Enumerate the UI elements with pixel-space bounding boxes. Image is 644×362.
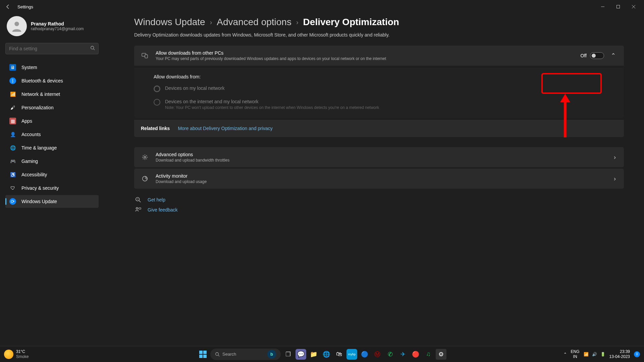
chevron-right-icon: › <box>296 18 299 26</box>
svg-point-4 <box>14 22 19 26</box>
sidebar-item-gaming[interactable]: 🎮Gaming <box>5 155 99 168</box>
nav-label: Accessibility <box>21 172 47 177</box>
maximize-button[interactable] <box>610 1 626 12</box>
avatar <box>7 16 27 36</box>
battery-icon: 🔋 <box>600 352 605 357</box>
radio-icon <box>154 99 160 106</box>
related-link[interactable]: More about Delivery Optimization and pri… <box>178 126 272 131</box>
sidebar-item-accounts[interactable]: 👤Accounts <box>5 128 99 141</box>
taskbar-app-edge[interactable]: 🌐 <box>321 349 332 360</box>
sidebar-item-bluetooth-devices[interactable]: ᛒBluetooth & devices <box>5 74 99 87</box>
window-controls <box>595 1 641 12</box>
nav-icon: 🖌 <box>9 104 16 111</box>
svg-rect-20 <box>199 355 203 358</box>
get-help-link[interactable]: ? Get help <box>134 197 624 203</box>
nav-icon: ᛒ <box>9 77 16 84</box>
taskbar-app-store[interactable]: 🛍 <box>334 349 344 360</box>
search-box[interactable] <box>5 43 99 54</box>
system-tray[interactable]: 📶 🔊 🔋 <box>584 352 605 357</box>
advanced-title: Advanced options <box>156 152 612 157</box>
taskbar-app-chrome[interactable]: 🔴 <box>410 349 421 360</box>
svg-point-14 <box>136 207 138 209</box>
notification-badge[interactable]: 0 <box>634 351 640 357</box>
taskbar-app-explorer[interactable]: 📁 <box>308 349 319 360</box>
nav-label: Time & language <box>21 145 57 150</box>
search-icon <box>215 352 220 357</box>
search-icon <box>90 46 95 52</box>
allow-downloads-title: Allow downloads from other PCs <box>156 50 581 56</box>
wifi-icon: 📶 <box>584 352 589 357</box>
sidebar-item-personalization[interactable]: 🖌Personalization <box>5 101 99 114</box>
activity-sub: Download and upload usage <box>156 179 612 184</box>
nav-icon: 🖥 <box>9 64 16 71</box>
weather-widget[interactable]: 31°C Smoke <box>4 349 29 359</box>
start-button[interactable] <box>198 349 208 360</box>
search-input[interactable] <box>9 46 90 51</box>
sidebar-item-accessibility[interactable]: ♿Accessibility <box>5 168 99 181</box>
activity-monitor-card[interactable]: Activity monitor Download and upload usa… <box>134 169 624 189</box>
breadcrumb-current: Delivery Optimization <box>303 17 399 27</box>
allow-downloads-toggle[interactable] <box>590 52 604 59</box>
sidebar-item-network-internet[interactable]: 📶Network & internet <box>5 88 99 101</box>
sidebar-item-apps[interactable]: ▦Apps <box>5 115 99 127</box>
minimize-button[interactable] <box>595 1 610 12</box>
help-links: ? Get help Give feedback <box>134 197 624 213</box>
taskbar-app-myhp[interactable]: myhp <box>346 349 357 360</box>
sidebar-item-privacy-security[interactable]: 🛡Privacy & security <box>5 182 99 194</box>
nav-label: Bluetooth & devices <box>21 78 63 83</box>
sidebar-item-windows-update[interactable]: ⟳Windows Update <box>5 195 99 208</box>
nav-label: Personalization <box>21 105 54 110</box>
taskbar-app-whatsapp[interactable]: ✆ <box>385 349 395 360</box>
activity-title: Activity monitor <box>156 173 612 179</box>
svg-rect-1 <box>617 5 620 8</box>
chevron-up-icon[interactable]: ⌃ <box>609 51 617 61</box>
weather-temp: 31°C <box>16 349 29 354</box>
taskbar-search[interactable]: Search b <box>210 349 281 360</box>
taskbar-app-telegram[interactable]: ✈ <box>397 349 408 360</box>
allow-from-label: Allow downloads from: <box>154 74 614 79</box>
nav-label: Privacy & security <box>21 185 59 191</box>
nav-label: Windows Update <box>21 199 57 204</box>
tray-expand[interactable]: ⌃ <box>564 352 567 357</box>
svg-rect-19 <box>203 351 207 354</box>
advanced-options-card[interactable]: Advanced options Download and upload ban… <box>134 147 624 167</box>
close-button[interactable] <box>626 1 641 12</box>
radio-internet-note: Note: Your PC won't upload content to ot… <box>165 105 379 110</box>
taskbar-app-settings[interactable]: ⚙ <box>436 349 446 360</box>
language-indicator[interactable]: ENG IN <box>571 349 580 359</box>
task-view-button[interactable]: ❐ <box>283 349 293 360</box>
person-icon <box>10 19 23 33</box>
give-feedback-link[interactable]: Give feedback <box>134 207 624 213</box>
minimize-icon <box>601 5 605 9</box>
devices-icon <box>141 53 149 58</box>
weather-icon <box>4 350 13 359</box>
sidebar-item-time-language[interactable]: 🌐Time & language <box>5 141 99 154</box>
svg-text:?: ? <box>137 198 138 201</box>
allow-downloads-header[interactable]: Allow downloads from other PCs Your PC m… <box>134 46 624 66</box>
radio-icon <box>154 85 160 92</box>
svg-rect-15 <box>139 208 141 209</box>
allow-downloads-sub: Your PC may send parts of previously dow… <box>156 56 581 61</box>
toggle-state-label: Off <box>581 53 587 58</box>
sidebar-item-system[interactable]: 🖥System <box>5 61 99 74</box>
taskbar-search-label: Search <box>222 352 267 357</box>
app-title: Settings <box>17 4 33 9</box>
clock[interactable]: 23:39 13-04-2023 <box>609 349 630 359</box>
back-button[interactable] <box>3 1 13 12</box>
breadcrumb-windows-update[interactable]: Windows Update <box>134 17 205 27</box>
allow-downloads-body: Allow downloads from: Devices on my loca… <box>134 67 624 118</box>
breadcrumb-advanced-options[interactable]: Advanced options <box>217 17 291 27</box>
radio-internet-local[interactable]: Devices on the internet and my local net… <box>154 99 614 110</box>
nav-label: System <box>21 65 37 70</box>
taskbar-app-mcafee[interactable]: Ⓜ <box>372 349 383 360</box>
nav-icon: 🛡 <box>9 185 16 191</box>
taskbar-app-spotify[interactable]: ♫ <box>423 349 434 360</box>
user-section[interactable]: Pranay Rathod rathodpranay714@gmail.com <box>5 13 99 43</box>
feedback-icon <box>134 207 142 213</box>
nav-icon: ⟳ <box>9 198 16 205</box>
radio-local-network[interactable]: Devices on my local network <box>154 85 614 92</box>
allow-downloads-toggle-group: Off <box>581 52 604 59</box>
taskbar-app-pc-manager[interactable]: 🔵 <box>359 349 370 360</box>
svg-rect-8 <box>145 55 148 58</box>
taskbar-app-chat[interactable]: 💬 <box>296 349 306 360</box>
